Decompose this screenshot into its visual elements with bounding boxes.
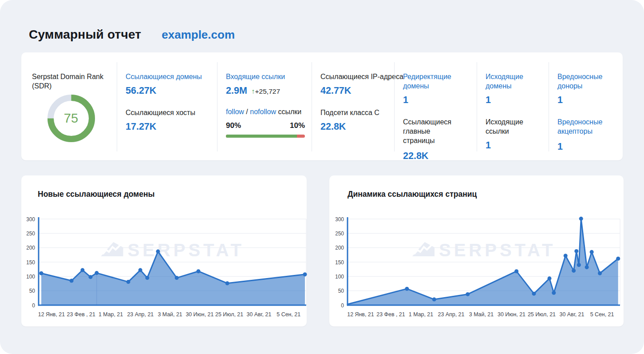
redirecting-domains-link[interactable]: Редиректящие домены: [403, 72, 470, 91]
svg-text:23 Фев , 21: 23 Фев , 21: [67, 311, 95, 318]
malicious-donors-value[interactable]: 1: [557, 95, 616, 106]
referring-ips-label: Ссылающиеся IP-адреса: [320, 72, 387, 81]
chart-title-left: Новые ссылающиеся домены: [38, 190, 154, 199]
follow-separator: /: [244, 108, 250, 115]
inbound-links-value[interactable]: 2.9M: [226, 85, 247, 96]
chart-canvas-right[interactable]: SERPSTAT05010015020025030012 Янв, 2123 Ф…: [336, 215, 622, 323]
links-suffix: ссылки: [276, 108, 301, 115]
svg-text:23 Фев , 21: 23 Фев , 21: [376, 311, 405, 318]
svg-text:30 Авг, 21: 30 Авг, 21: [247, 311, 272, 318]
summary-report-page: Суммарный отчет example.com Serpstat Dom…: [0, 0, 644, 354]
chart-canvas-left[interactable]: SERPSTAT05010015020025030012 Янв, 2123 Ф…: [27, 215, 308, 323]
stat-col-malicious: Вредоносные доноры 1 Вредоносные акцепто…: [549, 52, 623, 160]
page-header: Суммарный отчет example.com: [29, 28, 235, 42]
summary-stats-card: Serpstat Domain Rank (SDR) 75 Ссылающиес…: [21, 52, 623, 160]
up-arrow-icon: ↑: [252, 88, 255, 95]
svg-text:0: 0: [32, 302, 35, 309]
svg-text:250: 250: [27, 231, 35, 237]
stat-col-outgoing-domains: Исходящие домены 1 Исходящие ссылки 1: [477, 52, 549, 160]
svg-text:3 Май, 21: 3 Май, 21: [469, 311, 494, 318]
svg-text:250: 250: [336, 231, 344, 237]
stat-col-referring-domains: Ссылающиеся домены 56.27K Ссылающиеся хо…: [117, 52, 217, 160]
domain-link[interactable]: example.com: [162, 28, 235, 42]
referring-hosts-value[interactable]: 17.27K: [126, 121, 210, 132]
stat-col-redirecting-domains: Редиректящие домены 1 Ссылающиеся главны…: [395, 52, 477, 160]
svg-text:300: 300: [336, 216, 344, 223]
follow-nofollow-label: follow / nofollow ссылки: [226, 108, 305, 116]
stat-col-sdr: Serpstat Domain Rank (SDR) 75: [21, 52, 117, 160]
stat-col-referring-ips: Ссылающиеся IP-адреса 42.77K Подсети кла…: [312, 52, 395, 160]
malicious-acceptors-link[interactable]: Вредоносные акцепторы: [557, 117, 616, 136]
inbound-links-link[interactable]: Входящие ссылки: [226, 72, 305, 81]
svg-text:100: 100: [27, 274, 35, 280]
referring-main-pages-value[interactable]: 22.8K: [403, 151, 470, 162]
svg-text:1 Мар, 21: 1 Мар, 21: [409, 311, 433, 318]
follow-percent: 90%: [226, 121, 241, 130]
follow-bar-fill: [226, 135, 297, 138]
outgoing-domains-link[interactable]: Исходящие домены: [486, 72, 542, 91]
chart-title-right: Динамика ссылающихся страниц: [348, 190, 477, 199]
svg-text:12 Янв, 21: 12 Янв, 21: [38, 311, 65, 318]
svg-text:5 Сен, 21: 5 Сен, 21: [277, 311, 300, 318]
follow-link[interactable]: follow: [226, 108, 244, 115]
svg-text:SERPSTAT: SERPSTAT: [128, 240, 245, 260]
class-c-subnets-value[interactable]: 22.8K: [320, 121, 387, 132]
svg-text:100: 100: [336, 274, 344, 280]
sdr-label: Serpstat Domain Rank (SDR): [32, 72, 110, 91]
referring-domains-value[interactable]: 56.27K: [126, 85, 210, 96]
sdr-donut-chart: 75: [47, 95, 95, 142]
outgoing-domains-value[interactable]: 1: [486, 95, 542, 106]
class-c-subnets-label: Подсети класса C: [320, 108, 387, 117]
inbound-links-delta: ↑+25,727: [252, 88, 280, 95]
malicious-donors-link[interactable]: Вредоносные доноры: [557, 72, 616, 91]
svg-text:5 Сен, 21: 5 Сен, 21: [590, 311, 614, 318]
stat-col-inbound-links: Входящие ссылки 2.9M ↑+25,727 follow / n…: [217, 52, 312, 160]
referring-hosts-label: Ссылающиеся хосты: [126, 108, 210, 117]
svg-text:23 Апр, 21: 23 Апр, 21: [438, 311, 465, 318]
malicious-acceptors-value[interactable]: 1: [557, 141, 616, 152]
svg-text:25 Июл, 21: 25 Июл, 21: [215, 311, 243, 318]
svg-text:23 Апр, 21: 23 Апр, 21: [127, 311, 154, 318]
outgoing-links-value[interactable]: 1: [486, 140, 542, 151]
svg-text:30 Июн, 21: 30 Июн, 21: [498, 311, 525, 318]
svg-text:300: 300: [27, 216, 35, 223]
sdr-value: 75: [47, 95, 95, 142]
svg-text:50: 50: [338, 288, 344, 294]
svg-text:12 Янв, 21: 12 Янв, 21: [347, 311, 374, 318]
redirecting-domains-value[interactable]: 1: [403, 95, 470, 106]
delta-value: +25,727: [255, 88, 280, 95]
svg-text:150: 150: [27, 259, 35, 266]
page-title: Суммарный отчет: [29, 28, 141, 42]
svg-text:25 Июл, 21: 25 Июл, 21: [528, 311, 556, 318]
svg-text:SERPSTAT: SERPSTAT: [439, 240, 556, 260]
svg-text:200: 200: [27, 245, 35, 251]
svg-text:0: 0: [341, 302, 344, 309]
referring-main-pages-label: Ссылающиеся главные страницы: [403, 117, 470, 145]
referring-domains-link[interactable]: Ссылающиеся домены: [126, 72, 210, 81]
follow-nofollow-bar: [226, 135, 305, 138]
referring-ips-value[interactable]: 42.77K: [320, 85, 387, 96]
svg-text:3 Май, 21: 3 Май, 21: [158, 311, 182, 318]
outgoing-links-label: Исходящие ссылки: [486, 117, 542, 136]
svg-text:30 Июн, 21: 30 Июн, 21: [186, 311, 213, 318]
svg-text:50: 50: [29, 288, 36, 294]
svg-text:1 Мар, 21: 1 Мар, 21: [99, 311, 123, 318]
new-referring-domains-chart-card: Новые ссылающиеся домены SERPSTAT0501001…: [21, 175, 307, 326]
nofollow-percent: 10%: [290, 121, 305, 130]
referring-pages-dynamics-chart-card: Динамика ссылающихся страниц SERPSTAT050…: [329, 175, 624, 326]
nofollow-link[interactable]: nofollow: [250, 108, 276, 115]
svg-text:30 Авг, 21: 30 Авг, 21: [560, 311, 585, 318]
svg-text:150: 150: [336, 259, 344, 266]
svg-text:200: 200: [336, 245, 344, 251]
